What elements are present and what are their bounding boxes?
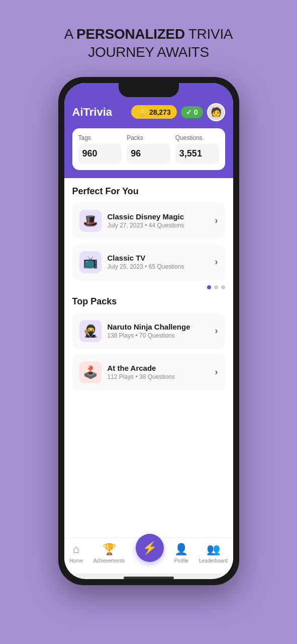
- list-item[interactable]: 🎩 Classic Disney Magic July 27, 2023 • 4…: [72, 203, 225, 239]
- disney-name: Classic Disney Magic: [108, 212, 209, 221]
- nav-home[interactable]: ⌂ Home: [69, 543, 83, 564]
- questions-label: Questions: [175, 134, 219, 141]
- profile-icon: 👤: [174, 543, 188, 556]
- tv-meta: July 25, 2023 • 65 Questions: [108, 263, 209, 270]
- stat-tags: Tags 960: [78, 134, 122, 164]
- disney-icon: 🎩: [79, 210, 102, 232]
- naruto-name: Naruto Ninja Challenge: [108, 323, 209, 331]
- profile-label: Profile: [174, 558, 188, 564]
- header-badges: 🪙 28,273 ✓ 0 🧑: [131, 103, 225, 121]
- pagination-dots: [72, 285, 225, 289]
- chevron-right-icon: ›: [215, 367, 218, 377]
- trophy-icon: 🏆: [103, 543, 116, 556]
- arcade-name: At the Arcade: [108, 364, 209, 372]
- achievements-label: Achievements: [93, 558, 125, 564]
- arcade-meta: 112 Plays • 38 Questions: [108, 373, 209, 380]
- stat-packs: Packs 96: [127, 134, 170, 164]
- coin-icon: 🪙: [137, 107, 147, 117]
- disney-meta: July 27, 2023 • 44 Questions: [108, 222, 209, 229]
- leaderboard-label: Leaderboard: [199, 558, 228, 564]
- app-title: AiTrivia: [72, 106, 112, 119]
- chevron-right-icon: ›: [215, 257, 218, 267]
- disney-info: Classic Disney Magic July 27, 2023 • 44 …: [108, 212, 209, 229]
- chevron-right-icon: ›: [215, 215, 218, 226]
- tv-icon: 📺: [79, 251, 102, 273]
- tagline-bold: PERSONALIZED: [76, 26, 185, 42]
- questions-value: 3,551: [175, 143, 219, 164]
- tv-info: Classic TV July 25, 2023 • 65 Questions: [108, 254, 209, 270]
- phone-notch: [119, 83, 179, 97]
- main-content: Perfect For You 🎩 Classic Disney Magic J…: [64, 178, 233, 537]
- phone-screen: AiTrivia 🪙 28,273 ✓ 0 🧑 Tags 960: [64, 83, 233, 579]
- home-icon: ⌂: [73, 543, 79, 556]
- nav-achievements[interactable]: 🏆 Achievements: [93, 543, 125, 564]
- nav-leaderboard[interactable]: 👥 Leaderboard: [199, 543, 228, 564]
- arcade-info: At the Arcade 112 Plays • 38 Questions: [108, 364, 209, 380]
- perfect-for-you-title: Perfect For You: [72, 186, 225, 197]
- stats-row: Tags 960 Packs 96 Questions 3,551: [72, 128, 225, 170]
- home-bar: [124, 577, 174, 579]
- coins-badge: 🪙 28,273: [131, 105, 177, 119]
- list-item[interactable]: 📺 Classic TV July 25, 2023 • 65 Question…: [72, 244, 225, 280]
- check-value: 0: [194, 108, 198, 116]
- home-label: Home: [69, 558, 83, 564]
- naruto-info: Naruto Ninja Challenge 138 Plays • 70 Qu…: [108, 323, 209, 339]
- list-item[interactable]: 🕹️ At the Arcade 112 Plays • 38 Question…: [72, 354, 225, 390]
- stat-questions: Questions 3,551: [175, 134, 219, 164]
- avatar: 🧑: [207, 103, 225, 121]
- coins-value: 28,273: [149, 108, 171, 116]
- dot-1: [207, 285, 211, 289]
- naruto-meta: 138 Plays • 70 Questions: [108, 332, 209, 339]
- packs-value: 96: [127, 143, 170, 164]
- lightning-icon: ⚡: [142, 541, 157, 555]
- top-packs-title: Top Packs: [72, 296, 225, 307]
- leaderboard-icon: 👥: [207, 543, 220, 556]
- bottom-nav: ⌂ Home 🏆 Achievements ⚡ 👤 Profile 👥 Lead…: [64, 537, 233, 574]
- phone-shell: AiTrivia 🪙 28,273 ✓ 0 🧑 Tags 960: [58, 77, 239, 585]
- header-top: AiTrivia 🪙 28,273 ✓ 0 🧑: [72, 103, 225, 121]
- tagline: A PERSONALIZED TRIVIAJOURNEY AWAITS: [64, 25, 233, 62]
- dot-2: [214, 285, 218, 289]
- packs-label: Packs: [127, 134, 170, 141]
- arcade-icon: 🕹️: [79, 361, 102, 383]
- check-icon: ✓: [186, 108, 192, 116]
- nav-play-button[interactable]: ⚡: [136, 534, 164, 562]
- tags-label: Tags: [78, 134, 122, 141]
- check-badge: ✓ 0: [181, 106, 203, 118]
- nav-profile[interactable]: 👤 Profile: [174, 543, 188, 564]
- naruto-icon: 🥷: [79, 320, 102, 342]
- app-header: AiTrivia 🪙 28,273 ✓ 0 🧑 Tags 960: [64, 83, 233, 178]
- dot-3: [221, 285, 225, 289]
- chevron-right-icon: ›: [215, 326, 218, 336]
- tv-name: Classic TV: [108, 254, 209, 262]
- tags-value: 960: [78, 143, 122, 164]
- list-item[interactable]: 🥷 Naruto Ninja Challenge 138 Plays • 70 …: [72, 313, 225, 349]
